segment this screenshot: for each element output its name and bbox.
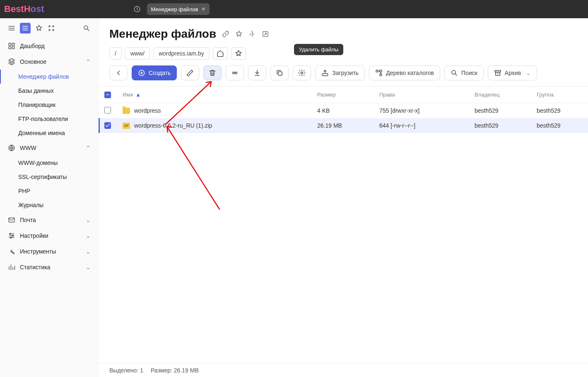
tree-button[interactable]: Дерево каталогов: [369, 65, 440, 80]
sidebar-item-www-domains[interactable]: WWW-домены: [0, 156, 98, 170]
sidebar-item-scheduler[interactable]: Планировщик: [0, 98, 98, 112]
external-icon[interactable]: [262, 30, 269, 38]
svg-point-3: [49, 29, 50, 31]
svg-point-14: [10, 237, 12, 238]
pin-icon[interactable]: [248, 30, 256, 38]
svg-rect-7: [12, 43, 14, 45]
breadcrumb-www[interactable]: www/: [125, 47, 150, 60]
download-button[interactable]: [248, 65, 266, 80]
sidebar-group-mail[interactable]: Почта⌄: [0, 212, 98, 228]
chevron-down-icon: ⌄: [86, 232, 91, 239]
search-button[interactable]: Поиск: [444, 65, 484, 80]
chevron-down-icon: ⌄: [86, 264, 91, 271]
wrench-icon: [7, 247, 16, 256]
svg-point-12: [10, 233, 11, 234]
sidebar-item-file-manager[interactable]: Менеджер файлов: [0, 70, 98, 84]
breadcrumb-site[interactable]: wordpress.iam.by: [153, 47, 210, 60]
archive-button[interactable]: Архив⌄: [488, 65, 537, 80]
star-icon[interactable]: [235, 30, 243, 38]
svg-rect-9: [12, 47, 14, 49]
upload-button[interactable]: Загрузить: [315, 65, 365, 80]
chevron-down-icon: ⌄: [86, 248, 91, 255]
select-all-checkbox[interactable]: −: [104, 92, 111, 98]
status-bar: Выделено: 1 Размер: 26.19 MB: [99, 363, 588, 377]
svg-rect-8: [9, 47, 11, 49]
svg-point-4: [53, 29, 54, 31]
tab-label: Менеджер файлов: [151, 6, 198, 12]
sidebar-group-www[interactable]: WWW⌃: [0, 140, 98, 156]
sidebar-group-stats[interactable]: Статистика⌄: [0, 259, 98, 275]
sidebar: Дашборд Основное⌃ Менеджер файлов Базы д…: [0, 18, 99, 377]
chart-icon: [7, 263, 16, 271]
folder-icon: [123, 108, 130, 114]
search-icon[interactable]: [82, 24, 91, 32]
chevron-down-icon: ⌄: [526, 70, 531, 76]
breadcrumb-root[interactable]: /: [109, 47, 122, 60]
settings-button[interactable]: [293, 65, 311, 80]
sidebar-item-php[interactable]: PHP: [0, 184, 98, 198]
table-row[interactable]: ZIPwordpress-6.6.2-ru_RU (1).zip 26.19 M…: [99, 118, 588, 133]
svg-point-1: [49, 26, 50, 27]
row-checkbox[interactable]: [104, 107, 111, 114]
svg-point-20: [301, 72, 303, 74]
create-button[interactable]: Создать: [132, 65, 177, 80]
chevron-down-icon: ⌄: [86, 217, 91, 223]
mail-icon: [7, 216, 16, 224]
zip-icon: ZIP: [123, 123, 130, 129]
breadcrumb-star[interactable]: [231, 47, 246, 60]
link-icon[interactable]: [222, 30, 229, 38]
layers-icon: [7, 58, 16, 66]
delete-button[interactable]: [203, 65, 222, 80]
sliders-icon: [7, 232, 16, 240]
menu-icon[interactable]: [7, 24, 16, 32]
svg-rect-21: [322, 74, 328, 76]
page-title: Менеджер файлов: [109, 27, 216, 41]
svg-point-2: [53, 26, 54, 27]
dashboard-icon: [7, 42, 16, 50]
breadcrumb: / www/ wordpress.iam.by Удалить файлы: [99, 45, 588, 65]
star-icon[interactable]: [35, 24, 43, 32]
svg-rect-6: [9, 43, 11, 45]
sidebar-group-settings[interactable]: Настройки⌄: [0, 228, 98, 244]
status-selected: Выделено: 1: [109, 367, 143, 374]
sidebar-item-logs[interactable]: Журналы: [0, 198, 98, 212]
sidebar-group-tools[interactable]: Инструменты⌄: [0, 244, 98, 259]
chevron-up-icon: ⌃: [86, 58, 91, 65]
table-header: − Имя▲ Размер Права Владелец Группа: [99, 87, 588, 103]
close-icon[interactable]: ✕: [201, 6, 205, 12]
row-checkbox[interactable]: [104, 122, 111, 129]
svg-rect-27: [496, 72, 500, 75]
apps-icon[interactable]: [47, 24, 55, 32]
sidebar-item-ssl[interactable]: SSL-сертификаты: [0, 170, 98, 184]
sidebar-group-main[interactable]: Основное⌃: [0, 54, 98, 70]
logo: BestHost: [4, 4, 44, 15]
sort-icon[interactable]: ▲: [135, 92, 141, 98]
back-button[interactable]: [109, 65, 128, 80]
breadcrumb-home[interactable]: [213, 47, 228, 60]
sidebar-item-dashboard[interactable]: Дашборд: [0, 38, 98, 54]
topbar: BestHost Менеджер файлов ✕: [0, 0, 588, 18]
chevron-up-icon: ⌃: [86, 145, 91, 151]
table-row[interactable]: wordpress 4 KB 755 [drwxr-xr-x] besth529…: [99, 103, 588, 118]
toolbar: Создать Загрузить Дерево каталогов Поиск…: [99, 65, 588, 86]
view-button[interactable]: [226, 65, 244, 80]
sidebar-item-databases[interactable]: Базы данных: [0, 84, 98, 98]
svg-point-5: [84, 26, 88, 29]
svg-rect-19: [278, 72, 282, 75]
globe-icon: [7, 144, 16, 152]
sidebar-item-ftp-users[interactable]: FTP-пользователи: [0, 112, 98, 126]
activity-icon[interactable]: [131, 3, 143, 15]
copy-button[interactable]: [270, 65, 289, 80]
svg-point-13: [12, 235, 14, 237]
sidebar-item-domains[interactable]: Доменные имена: [0, 126, 98, 140]
list-icon[interactable]: [20, 23, 31, 34]
delete-tooltip: Удалить файлы: [294, 44, 343, 55]
edit-button[interactable]: [181, 65, 199, 80]
main-content: Менеджер файлов / www/ wordpress.iam.by …: [99, 18, 588, 377]
tab-file-manager[interactable]: Менеджер файлов ✕: [147, 3, 210, 15]
svg-point-25: [452, 70, 455, 74]
status-size: Размер: 26.19 MB: [151, 367, 199, 374]
